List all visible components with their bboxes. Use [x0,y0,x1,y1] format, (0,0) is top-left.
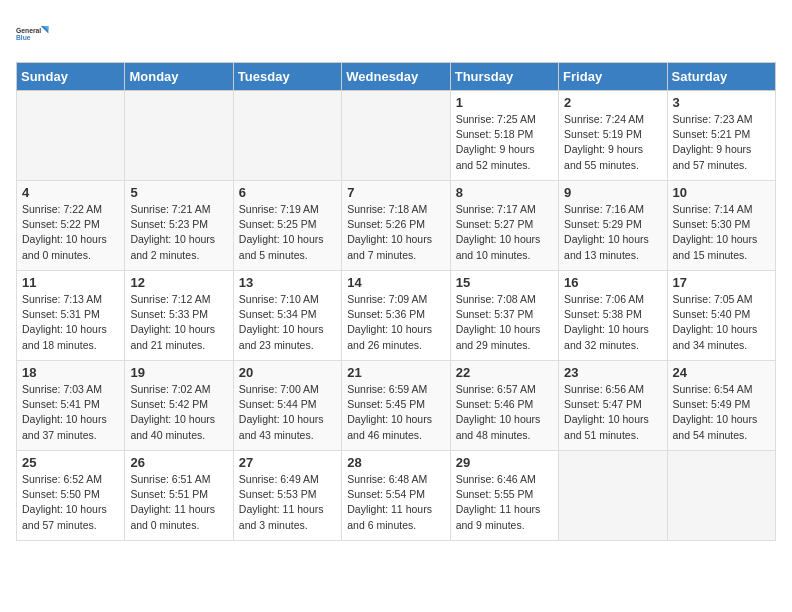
day-number: 1 [456,95,553,110]
day-number: 23 [564,365,661,380]
calendar-cell: 24Sunrise: 6:54 AMSunset: 5:49 PMDayligh… [667,361,775,451]
calendar-cell: 18Sunrise: 7:03 AMSunset: 5:41 PMDayligh… [17,361,125,451]
day-number: 26 [130,455,227,470]
calendar-cell: 22Sunrise: 6:57 AMSunset: 5:46 PMDayligh… [450,361,558,451]
day-info: Sunrise: 7:19 AMSunset: 5:25 PMDaylight:… [239,202,336,263]
svg-text:General: General [16,27,41,34]
day-info: Sunrise: 7:13 AMSunset: 5:31 PMDaylight:… [22,292,119,353]
day-number: 25 [22,455,119,470]
calendar-cell: 21Sunrise: 6:59 AMSunset: 5:45 PMDayligh… [342,361,450,451]
calendar-week-2: 4Sunrise: 7:22 AMSunset: 5:22 PMDaylight… [17,181,776,271]
calendar-cell: 4Sunrise: 7:22 AMSunset: 5:22 PMDaylight… [17,181,125,271]
day-number: 15 [456,275,553,290]
day-number: 24 [673,365,770,380]
day-info: Sunrise: 7:24 AMSunset: 5:19 PMDaylight:… [564,112,661,173]
calendar-cell: 26Sunrise: 6:51 AMSunset: 5:51 PMDayligh… [125,451,233,541]
day-number: 27 [239,455,336,470]
day-info: Sunrise: 7:21 AMSunset: 5:23 PMDaylight:… [130,202,227,263]
day-info: Sunrise: 6:51 AMSunset: 5:51 PMDaylight:… [130,472,227,533]
day-number: 10 [673,185,770,200]
calendar-table: SundayMondayTuesdayWednesdayThursdayFrid… [16,62,776,541]
calendar-cell: 20Sunrise: 7:00 AMSunset: 5:44 PMDayligh… [233,361,341,451]
day-number: 17 [673,275,770,290]
calendar-cell: 14Sunrise: 7:09 AMSunset: 5:36 PMDayligh… [342,271,450,361]
day-number: 18 [22,365,119,380]
calendar-cell: 19Sunrise: 7:02 AMSunset: 5:42 PMDayligh… [125,361,233,451]
calendar-cell: 27Sunrise: 6:49 AMSunset: 5:53 PMDayligh… [233,451,341,541]
calendar-week-3: 11Sunrise: 7:13 AMSunset: 5:31 PMDayligh… [17,271,776,361]
day-number: 29 [456,455,553,470]
day-info: Sunrise: 7:06 AMSunset: 5:38 PMDaylight:… [564,292,661,353]
day-info: Sunrise: 7:22 AMSunset: 5:22 PMDaylight:… [22,202,119,263]
calendar-cell: 16Sunrise: 7:06 AMSunset: 5:38 PMDayligh… [559,271,667,361]
day-info: Sunrise: 7:12 AMSunset: 5:33 PMDaylight:… [130,292,227,353]
day-number: 19 [130,365,227,380]
day-info: Sunrise: 6:52 AMSunset: 5:50 PMDaylight:… [22,472,119,533]
day-number: 22 [456,365,553,380]
day-info: Sunrise: 6:57 AMSunset: 5:46 PMDaylight:… [456,382,553,443]
day-info: Sunrise: 7:02 AMSunset: 5:42 PMDaylight:… [130,382,227,443]
calendar-cell: 17Sunrise: 7:05 AMSunset: 5:40 PMDayligh… [667,271,775,361]
day-info: Sunrise: 7:18 AMSunset: 5:26 PMDaylight:… [347,202,444,263]
day-info: Sunrise: 7:14 AMSunset: 5:30 PMDaylight:… [673,202,770,263]
weekday-header-monday: Monday [125,63,233,91]
calendar-cell: 23Sunrise: 6:56 AMSunset: 5:47 PMDayligh… [559,361,667,451]
day-info: Sunrise: 6:59 AMSunset: 5:45 PMDaylight:… [347,382,444,443]
calendar-cell [342,91,450,181]
day-number: 5 [130,185,227,200]
weekday-header-wednesday: Wednesday [342,63,450,91]
calendar-cell: 5Sunrise: 7:21 AMSunset: 5:23 PMDaylight… [125,181,233,271]
day-number: 4 [22,185,119,200]
day-info: Sunrise: 6:56 AMSunset: 5:47 PMDaylight:… [564,382,661,443]
calendar-cell: 12Sunrise: 7:12 AMSunset: 5:33 PMDayligh… [125,271,233,361]
weekday-header-tuesday: Tuesday [233,63,341,91]
day-number: 28 [347,455,444,470]
day-number: 6 [239,185,336,200]
day-info: Sunrise: 7:05 AMSunset: 5:40 PMDaylight:… [673,292,770,353]
calendar-cell: 11Sunrise: 7:13 AMSunset: 5:31 PMDayligh… [17,271,125,361]
day-number: 11 [22,275,119,290]
calendar-cell: 25Sunrise: 6:52 AMSunset: 5:50 PMDayligh… [17,451,125,541]
weekday-header-thursday: Thursday [450,63,558,91]
calendar-cell: 3Sunrise: 7:23 AMSunset: 5:21 PMDaylight… [667,91,775,181]
calendar-cell: 10Sunrise: 7:14 AMSunset: 5:30 PMDayligh… [667,181,775,271]
logo: GeneralBlue [16,16,52,52]
weekday-header-friday: Friday [559,63,667,91]
weekday-header-row: SundayMondayTuesdayWednesdayThursdayFrid… [17,63,776,91]
weekday-header-saturday: Saturday [667,63,775,91]
calendar-cell [125,91,233,181]
day-info: Sunrise: 6:48 AMSunset: 5:54 PMDaylight:… [347,472,444,533]
calendar-week-4: 18Sunrise: 7:03 AMSunset: 5:41 PMDayligh… [17,361,776,451]
day-number: 3 [673,95,770,110]
day-number: 21 [347,365,444,380]
calendar-cell: 1Sunrise: 7:25 AMSunset: 5:18 PMDaylight… [450,91,558,181]
calendar-week-5: 25Sunrise: 6:52 AMSunset: 5:50 PMDayligh… [17,451,776,541]
day-number: 2 [564,95,661,110]
calendar-cell: 13Sunrise: 7:10 AMSunset: 5:34 PMDayligh… [233,271,341,361]
day-info: Sunrise: 6:54 AMSunset: 5:49 PMDaylight:… [673,382,770,443]
day-number: 20 [239,365,336,380]
calendar-cell: 29Sunrise: 6:46 AMSunset: 5:55 PMDayligh… [450,451,558,541]
day-number: 7 [347,185,444,200]
day-info: Sunrise: 7:16 AMSunset: 5:29 PMDaylight:… [564,202,661,263]
day-info: Sunrise: 6:46 AMSunset: 5:55 PMDaylight:… [456,472,553,533]
weekday-header-sunday: Sunday [17,63,125,91]
day-info: Sunrise: 7:23 AMSunset: 5:21 PMDaylight:… [673,112,770,173]
calendar-week-1: 1Sunrise: 7:25 AMSunset: 5:18 PMDaylight… [17,91,776,181]
day-info: Sunrise: 7:08 AMSunset: 5:37 PMDaylight:… [456,292,553,353]
day-number: 13 [239,275,336,290]
logo-icon: GeneralBlue [16,16,52,52]
day-info: Sunrise: 7:17 AMSunset: 5:27 PMDaylight:… [456,202,553,263]
day-number: 8 [456,185,553,200]
calendar-cell: 7Sunrise: 7:18 AMSunset: 5:26 PMDaylight… [342,181,450,271]
day-info: Sunrise: 7:09 AMSunset: 5:36 PMDaylight:… [347,292,444,353]
day-number: 14 [347,275,444,290]
calendar-cell: 2Sunrise: 7:24 AMSunset: 5:19 PMDaylight… [559,91,667,181]
svg-text:Blue: Blue [16,34,31,41]
calendar-cell [559,451,667,541]
day-info: Sunrise: 7:00 AMSunset: 5:44 PMDaylight:… [239,382,336,443]
day-number: 16 [564,275,661,290]
day-info: Sunrise: 7:03 AMSunset: 5:41 PMDaylight:… [22,382,119,443]
day-info: Sunrise: 7:25 AMSunset: 5:18 PMDaylight:… [456,112,553,173]
calendar-cell [233,91,341,181]
